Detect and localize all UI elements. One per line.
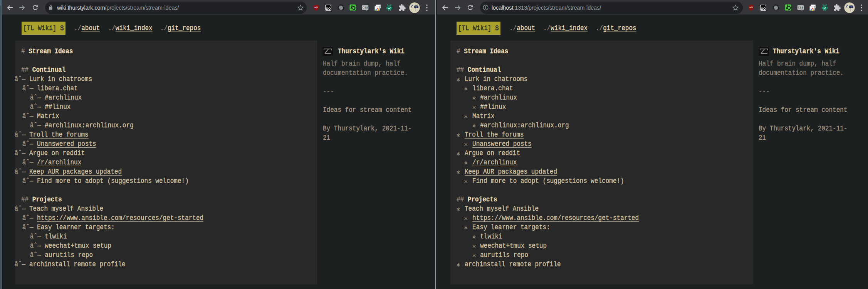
svg-text:CSS: CSS xyxy=(798,6,803,8)
svg-text:uO: uO xyxy=(314,6,318,8)
svg-text:CSS: CSS xyxy=(363,6,368,8)
svg-text:uO: uO xyxy=(749,6,753,8)
